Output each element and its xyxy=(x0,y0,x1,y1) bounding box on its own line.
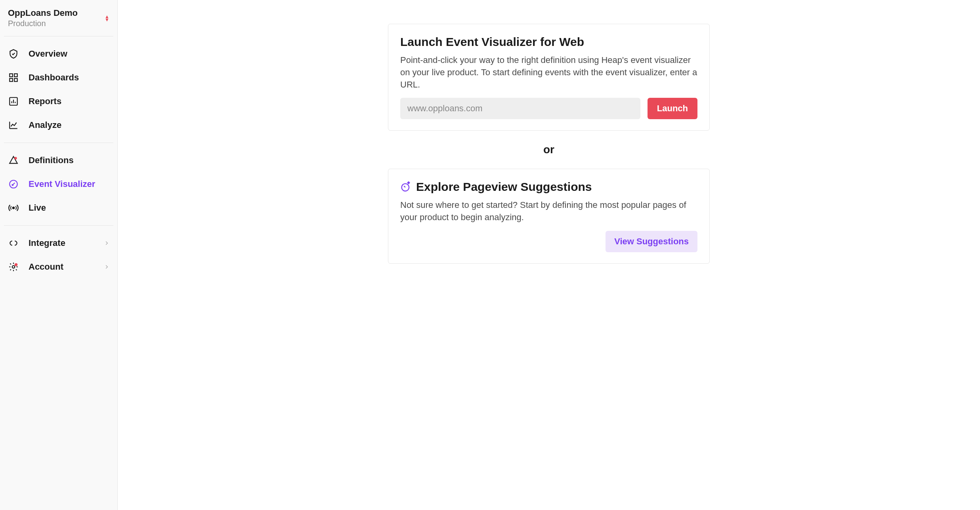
svg-rect-0 xyxy=(10,74,13,77)
sidebar-item-label: Definitions xyxy=(29,155,74,166)
chevron-right-icon xyxy=(104,264,109,270)
launch-card-desc: Point-and-click your way to the right de… xyxy=(400,54,697,91)
suggestions-card-title: Explore Pageview Suggestions xyxy=(400,180,697,194)
svg-point-13 xyxy=(13,207,14,209)
sidebar-item-live[interactable]: Live xyxy=(0,196,117,220)
sidebar-item-label: Integrate xyxy=(29,238,65,248)
grid-icon xyxy=(8,72,19,83)
target-edit-icon xyxy=(8,179,19,190)
gear-icon xyxy=(8,261,19,272)
sparkle-icon xyxy=(400,181,411,192)
trend-icon xyxy=(8,120,19,131)
env-name: Production xyxy=(8,19,78,28)
org-name: OppLoans Demo xyxy=(8,8,78,18)
svg-point-14 xyxy=(12,266,15,268)
shield-icon xyxy=(8,48,19,59)
sidebar-item-account[interactable]: Account xyxy=(0,255,117,279)
svg-point-15 xyxy=(15,263,18,266)
launch-card: Launch Event Visualizer for Web Point-an… xyxy=(388,24,710,131)
sidebar-item-label: Reports xyxy=(29,96,61,107)
svg-rect-3 xyxy=(14,78,17,82)
sidebar-item-event-visualizer[interactable]: Event Visualizer xyxy=(0,172,117,196)
sidebar: OppLoans Demo Production ▲▼ Overview Das… xyxy=(0,0,118,510)
launch-card-title: Launch Event Visualizer for Web xyxy=(400,35,697,49)
suggestions-card: Explore Pageview Suggestions Not sure wh… xyxy=(388,169,710,264)
sidebar-item-definitions[interactable]: Definitions xyxy=(0,148,117,172)
suggestions-card-desc: Not sure where to get started? Start by … xyxy=(400,199,697,224)
sidebar-item-reports[interactable]: Reports xyxy=(0,89,117,113)
bar-chart-icon xyxy=(8,96,19,107)
prism-icon xyxy=(8,155,19,166)
chevron-right-icon xyxy=(104,240,109,246)
sidebar-item-label: Overview xyxy=(29,49,67,59)
link-icon xyxy=(8,238,19,249)
launch-url-input[interactable] xyxy=(400,98,640,119)
sidebar-item-label: Event Visualizer xyxy=(29,179,95,189)
sidebar-item-analyze[interactable]: Analyze xyxy=(0,113,117,137)
sidebar-item-overview[interactable]: Overview xyxy=(0,42,117,66)
launch-button[interactable]: Launch xyxy=(648,98,697,119)
suggestions-title-text: Explore Pageview Suggestions xyxy=(416,180,592,194)
sidebar-item-integrate[interactable]: Integrate xyxy=(0,231,117,255)
svg-rect-1 xyxy=(14,74,17,77)
sidebar-item-label: Account xyxy=(29,262,63,272)
svg-point-11 xyxy=(14,157,17,160)
broadcast-icon xyxy=(8,202,19,213)
or-separator: or xyxy=(543,143,554,156)
sidebar-item-label: Dashboards xyxy=(29,72,79,83)
view-suggestions-button[interactable]: View Suggestions xyxy=(606,231,697,252)
sidebar-item-label: Live xyxy=(29,203,46,213)
main-content: Launch Event Visualizer for Web Point-an… xyxy=(118,0,980,510)
sidebar-item-label: Analyze xyxy=(29,120,61,130)
svg-rect-2 xyxy=(10,78,13,82)
switcher-arrows-icon: ▲▼ xyxy=(105,15,109,21)
sidebar-item-dashboards[interactable]: Dashboards xyxy=(0,66,117,89)
org-switcher[interactable]: OppLoans Demo Production ▲▼ xyxy=(0,8,117,36)
